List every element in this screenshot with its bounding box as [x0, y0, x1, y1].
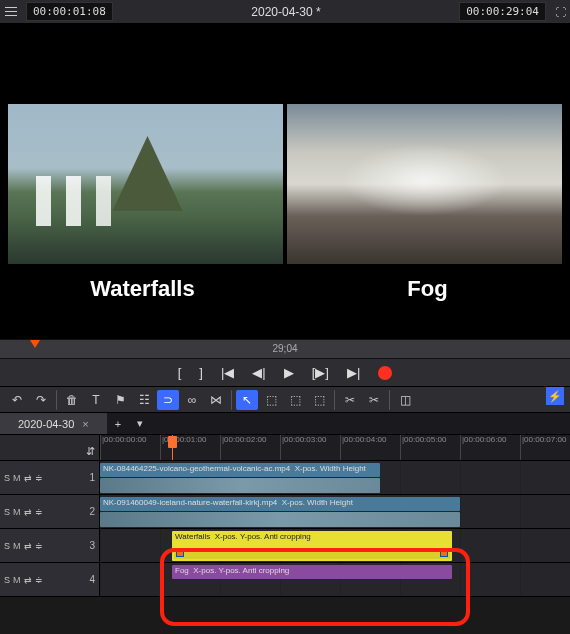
project-title: 2020-04-30 * [117, 5, 455, 19]
sequence-tabs: 2020-04-30 × + ▾ [0, 413, 570, 435]
solo-button[interactable]: S [4, 575, 10, 585]
track-lane[interactable]: NK-084464225-volcano-geothermal-volcanic… [100, 461, 570, 494]
link-icon[interactable]: ∞ [181, 390, 203, 410]
unlink-icon[interactable]: ⋈ [205, 390, 227, 410]
solo-button[interactable]: S [4, 541, 10, 551]
track-number: 3 [89, 540, 95, 551]
mute-button[interactable]: M [13, 575, 21, 585]
link-button[interactable]: ⇄ [24, 575, 32, 585]
track-number: 4 [89, 574, 95, 585]
mute-button[interactable]: M [13, 507, 21, 517]
preview-right [287, 104, 562, 264]
slip-icon[interactable]: ⬚ [308, 390, 330, 410]
mark-out-button[interactable]: ] [199, 365, 203, 380]
keyframe-icon[interactable] [176, 549, 184, 557]
tick: |00:00:00:00 [100, 435, 146, 460]
cut2-icon[interactable]: ✂ [363, 390, 385, 410]
play-button[interactable]: ▶ [284, 365, 294, 380]
tracks-icon[interactable]: ☷ [133, 390, 155, 410]
video-clip[interactable]: NK-091460049-iceland-nature-waterfall-ki… [100, 497, 460, 511]
link-button[interactable]: ⇄ [24, 473, 32, 483]
track-number: 1 [89, 472, 95, 483]
video-clip[interactable]: NK-084464225-volcano-geothermal-volcanic… [100, 463, 380, 477]
ruler-head: ⇵ [0, 435, 100, 460]
tab-label: 2020-04-30 [18, 418, 74, 430]
duration-label: 29;04 [272, 343, 297, 354]
track-head: S M ⇄ ≑ 1 [0, 461, 100, 494]
tab-sequence[interactable]: 2020-04-30 × [0, 413, 107, 434]
track-lane[interactable]: NK-091460049-iceland-nature-waterfall-ki… [100, 495, 570, 528]
keyframe-icon[interactable] [440, 549, 448, 557]
track-head: S M ⇄ ≑ 4 [0, 563, 100, 596]
mute-button[interactable]: M [13, 541, 21, 551]
lock-button[interactable]: ≑ [35, 473, 43, 483]
hamburger-menu-icon[interactable] [0, 1, 22, 23]
track-head: S M ⇄ ≑ 3 [0, 529, 100, 562]
playhead-marker-icon[interactable] [30, 340, 40, 348]
ruler-body[interactable]: |00:00:00:00 |00:00:01:00 |00:00:02:00 |… [100, 435, 570, 460]
lock-button[interactable]: ≑ [35, 541, 43, 551]
timecode-in[interactable]: 00:00:01:08 [26, 2, 113, 21]
clip-thumbnail [100, 512, 460, 527]
timeline-toolbar: ↶ ↷ 🗑 T ⚑ ☷ ⊃ ∞ ⋈ ↖ ⬚ ⬚ ⬚ ✂ ✂ ◫ [0, 387, 570, 413]
ruler-opts-icon[interactable]: ⇵ [86, 445, 95, 458]
separator [56, 390, 57, 410]
roll-icon[interactable]: ⬚ [284, 390, 306, 410]
step-fwd-button[interactable]: [▶] [312, 365, 329, 380]
track-4: S M ⇄ ≑ 4 Fog X-pos. Y-pos. Anti croppin… [0, 563, 570, 597]
go-start-button[interactable]: |◀ [221, 365, 234, 380]
top-bar: 00:00:01:08 2020-04-30 * 00:00:29:04 ⛶ [0, 0, 570, 24]
marker-icon[interactable]: ⚑ [109, 390, 131, 410]
link-button[interactable]: ⇄ [24, 507, 32, 517]
redo-icon[interactable]: ↷ [30, 390, 52, 410]
expand-icon[interactable]: ⛶ [550, 2, 570, 22]
timecode-out[interactable]: 00:00:29:04 [459, 2, 546, 21]
select-tool-icon[interactable]: ↖ [236, 390, 258, 410]
track-1: S M ⇄ ≑ 1 NK-084464225-volcano-geotherma… [0, 461, 570, 495]
tick: |00:00:06:00 [460, 435, 506, 460]
lock-button[interactable]: ≑ [35, 507, 43, 517]
title-clip-waterfalls[interactable]: Waterfalls X-pos. Y-pos. Anti cropping [172, 531, 452, 561]
track-3: S M ⇄ ≑ 3 Waterfalls X-pos. Y-pos. Anti … [0, 529, 570, 563]
render-bolt-icon[interactable]: ⚡ [546, 387, 564, 405]
solo-button[interactable]: S [4, 507, 10, 517]
playhead-knob-icon[interactable] [168, 436, 177, 448]
cut-icon[interactable]: ✂ [339, 390, 361, 410]
track-lane[interactable]: Waterfalls X-pos. Y-pos. Anti cropping [100, 529, 570, 562]
mark-in-button[interactable]: [ [178, 365, 182, 380]
undo-icon[interactable]: ↶ [6, 390, 28, 410]
solo-button[interactable]: S [4, 473, 10, 483]
track-2: S M ⇄ ≑ 2 NK-091460049-iceland-nature-wa… [0, 495, 570, 529]
close-tab-icon[interactable]: × [82, 418, 88, 430]
lock-button[interactable]: ≑ [35, 575, 43, 585]
track-number: 2 [89, 506, 95, 517]
ripple-icon[interactable]: ⬚ [260, 390, 282, 410]
tab-menu-button[interactable]: ▾ [129, 417, 151, 430]
text-icon[interactable]: T [85, 390, 107, 410]
add-tab-button[interactable]: + [107, 418, 129, 430]
transport-controls: [ ] |◀ ◀| ▶ [▶] ▶| [0, 359, 570, 387]
step-back-button[interactable]: ◀| [252, 365, 265, 380]
track-head: S M ⇄ ≑ 2 [0, 495, 100, 528]
tick: |00:00:07:00 [520, 435, 566, 460]
align-icon[interactable]: ◫ [394, 390, 416, 410]
separator [389, 390, 390, 410]
preview-left [8, 104, 283, 264]
scrub-bar[interactable]: 29;04 [0, 339, 570, 359]
link-button[interactable]: ⇄ [24, 541, 32, 551]
magnet-snap-icon[interactable]: ⊃ [157, 390, 179, 410]
label-fog: Fog [285, 276, 570, 302]
title-clip-fog[interactable]: Fog X-pos. Y-pos. Anti cropping [172, 565, 452, 579]
tick: |00:00:05:00 [400, 435, 446, 460]
timeline-ruler[interactable]: ⇵ |00:00:00:00 |00:00:01:00 |00:00:02:00… [0, 435, 570, 461]
mute-button[interactable]: M [13, 473, 21, 483]
delete-icon[interactable]: 🗑 [61, 390, 83, 410]
separator [334, 390, 335, 410]
clip-thumbnail [100, 478, 380, 493]
go-end-button[interactable]: ▶| [347, 365, 360, 380]
track-lane[interactable]: Fog X-pos. Y-pos. Anti cropping [100, 563, 570, 596]
tick: |00:00:03:00 [280, 435, 326, 460]
preview-area: Waterfalls Fog [0, 24, 570, 339]
label-waterfalls: Waterfalls [0, 276, 285, 302]
record-button[interactable] [378, 366, 392, 380]
